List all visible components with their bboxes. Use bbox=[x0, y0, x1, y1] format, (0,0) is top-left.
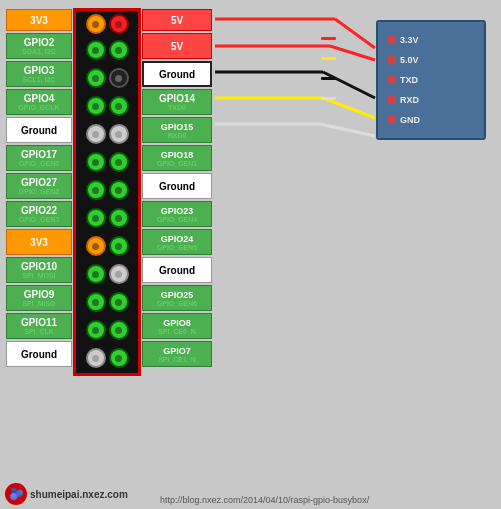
left-pin-column: 3V3 GPIO2 SDA1, I2C GPIO3 SCL1, I2C GPIO… bbox=[5, 8, 73, 376]
component-label-4: GND bbox=[400, 115, 420, 125]
pin-circle-left-5 bbox=[86, 124, 106, 144]
pin-circle-left-10 bbox=[86, 264, 106, 284]
pin-circle-left-13 bbox=[86, 348, 106, 368]
component-label-3: RXD bbox=[400, 95, 419, 105]
component-module: 3.3V 5.0V TXD RXD GND bbox=[321, 5, 496, 180]
pin-circle-left-7 bbox=[86, 180, 106, 200]
url-watermark: http://blog.nxez.com/2014/04/10/raspi-gp… bbox=[160, 493, 369, 505]
pin-circle-left-2 bbox=[86, 40, 106, 60]
pin-circle-right-4 bbox=[109, 96, 129, 116]
pin-circle-left-3 bbox=[86, 68, 106, 88]
pin-circle-left-1 bbox=[86, 14, 106, 34]
pin-circle-left-12 bbox=[86, 320, 106, 340]
right-pin-7: Ground bbox=[142, 173, 212, 199]
right-pin-11: GPIO25 GPIO_GEN6 bbox=[142, 285, 212, 311]
pin-circle-right-11 bbox=[109, 292, 129, 312]
right-pin-column: 5V 5V Ground GPIO14 TXD0 GPIO15 RXD0 GPI… bbox=[141, 8, 213, 376]
left-pin-10: GPIO10 SPI_MOSI bbox=[6, 257, 72, 283]
right-pin-3: Ground bbox=[142, 61, 212, 87]
left-pin-11: GPIO9 SPI_MISO bbox=[6, 285, 72, 311]
left-pin-2: GPIO2 SDA1, I2C bbox=[6, 33, 72, 59]
pin-circle-right-2 bbox=[109, 40, 129, 60]
pin-circle-right-10 bbox=[109, 264, 129, 284]
right-pin-2: 5V bbox=[142, 33, 212, 59]
right-pin-8: GPIO23 GPIO_GEN4 bbox=[142, 201, 212, 227]
left-pin-8: GPIO22 GPIO_GEN3 bbox=[6, 201, 72, 227]
left-pin-7: GPIO27 GPIO_GEN2 bbox=[6, 173, 72, 199]
right-pin-5: GPIO15 RXD0 bbox=[142, 117, 212, 143]
pin-circle-right-8 bbox=[109, 208, 129, 228]
left-pin-5: Ground bbox=[6, 117, 72, 143]
right-pin-10: Ground bbox=[142, 257, 212, 283]
left-pin-1: 3V3 bbox=[6, 9, 72, 31]
pin-circle-right-3 bbox=[109, 68, 129, 88]
component-label-1: 5.0V bbox=[400, 55, 419, 65]
pin-circle-left-9 bbox=[86, 236, 106, 256]
watermark-url: http://blog.nxez.com/2014/04/10/raspi-gp… bbox=[160, 495, 369, 505]
watermark: 🫐 shumeipai.nxez.com bbox=[5, 483, 128, 505]
pin-circle-left-6 bbox=[86, 152, 106, 172]
left-pin-9: 3V3 bbox=[6, 229, 72, 255]
pin-circle-right-1 bbox=[109, 14, 129, 34]
right-pin-4: GPIO14 TXD0 bbox=[142, 89, 212, 115]
watermark-text: shumeipai.nxez.com bbox=[30, 489, 128, 500]
left-pin-4: GPIO4 GPIO_GCLK bbox=[6, 89, 72, 115]
left-pin-12: GPIO11 SPI_CLK bbox=[6, 313, 72, 339]
pin-circle-left-11 bbox=[86, 292, 106, 312]
pin-circle-right-12 bbox=[109, 320, 129, 340]
pin-circle-right-6 bbox=[109, 152, 129, 172]
left-pin-13: Ground bbox=[6, 341, 72, 367]
connector-strip bbox=[73, 8, 141, 376]
right-pin-6: GPIO18 GPIO_GEN1 bbox=[142, 145, 212, 171]
pin-circle-right-9 bbox=[109, 236, 129, 256]
right-pin-13: GPIO7 SPI_CE1_N bbox=[142, 341, 212, 367]
right-pin-1: 5V bbox=[142, 9, 212, 31]
pin-circle-left-8 bbox=[86, 208, 106, 228]
component-label-2: TXD bbox=[400, 75, 418, 85]
raspberry-icon: 🫐 bbox=[5, 483, 27, 505]
component-label-0: 3.3V bbox=[400, 35, 419, 45]
right-pin-9: GPIO24 GPIO_GEN5 bbox=[142, 229, 212, 255]
pin-circle-left-4 bbox=[86, 96, 106, 116]
pin-circle-right-13 bbox=[109, 348, 129, 368]
pin-circle-right-5 bbox=[109, 124, 129, 144]
pin-circle-right-7 bbox=[109, 180, 129, 200]
right-pin-12: GPIO8 SPI_CE0_N bbox=[142, 313, 212, 339]
left-pin-6: GPIO17 GPIO_GEN0 bbox=[6, 145, 72, 171]
left-pin-3: GPIO3 SCL1, I2C bbox=[6, 61, 72, 87]
